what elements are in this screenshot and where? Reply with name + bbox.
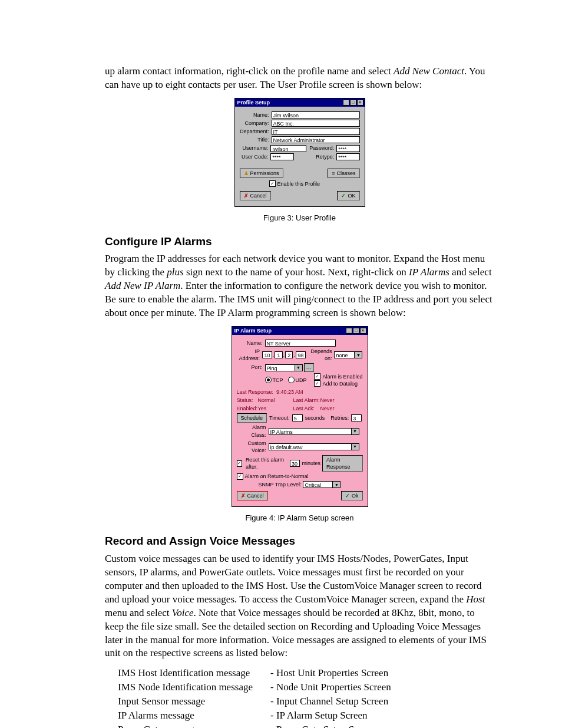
udp-radio[interactable]: UDP xyxy=(288,377,307,384)
ok-button[interactable]: ✓OK xyxy=(337,191,359,200)
department-field[interactable]: IT xyxy=(272,128,360,135)
profile-setup-dialog: Profile Setup _ □ × Name:Jim Wilson Comp… xyxy=(234,98,365,207)
status-label: Status: xyxy=(237,397,258,404)
title-field[interactable]: Network Administrator xyxy=(272,136,360,143)
list-item: Input Sensor message xyxy=(118,695,253,709)
configure-ip-paragraph: Program the IP addresses for each networ… xyxy=(105,252,494,320)
minimize-icon[interactable]: _ xyxy=(346,328,352,334)
enabled-label: Enabled: xyxy=(237,405,258,412)
intro-em: Add New Contact xyxy=(394,65,464,77)
snmp-select[interactable]: Critical▼ xyxy=(303,481,340,488)
heading-configure-ip-alarms: Configure IP Alarms xyxy=(105,234,494,249)
department-label: Department: xyxy=(240,128,272,135)
alarm-return-checkbox[interactable]: ✓ xyxy=(237,473,243,480)
minutes-label: minutes xyxy=(302,460,320,467)
minimize-icon[interactable]: _ xyxy=(343,100,349,106)
retries-label: Retries: xyxy=(330,414,349,421)
retype-label: Retype: xyxy=(294,153,337,160)
add-datalog-checkbox[interactable]: ✓ xyxy=(314,380,320,387)
cancel-icon: ✗ xyxy=(244,192,249,199)
mapping-right-col: - Host Unit Properties Screen - Node Uni… xyxy=(270,666,391,728)
depends-label: Depends on: xyxy=(306,348,335,362)
mapping-left-col: IMS Host Identification message IMS Node… xyxy=(118,666,253,728)
last-ack-value: Never xyxy=(320,405,335,412)
ip-octet-3[interactable]: 2 xyxy=(285,351,293,358)
ip-octet-4[interactable]: 98 xyxy=(296,351,306,358)
username-label: Username: xyxy=(240,144,271,151)
profile-titlebar[interactable]: Profile Setup _ □ × xyxy=(235,98,365,107)
list-item: - Input Channel Setup Screen xyxy=(270,695,391,709)
list-item: PowerGate messages xyxy=(118,723,253,728)
timeout-field[interactable]: 5 xyxy=(292,414,303,421)
port-ellipsis-button[interactable]: … xyxy=(304,363,314,371)
ip-ok-button[interactable]: ✓Ok xyxy=(341,491,363,500)
profile-title: Profile Setup xyxy=(237,98,270,107)
permissions-button[interactable]: ♟Permissions xyxy=(240,169,283,178)
enable-profile-checkbox[interactable]: ✓ xyxy=(269,180,276,187)
ip-alarm-titlebar[interactable]: IP Alarm Setup _ □ × xyxy=(232,327,368,335)
last-ack-label: Last Ack: xyxy=(293,405,320,412)
alarm-enabled-checkbox[interactable]: ✓ xyxy=(314,373,320,380)
ip-cancel-button[interactable]: ✗Cancel xyxy=(237,491,268,500)
maximize-icon[interactable]: □ xyxy=(353,328,359,334)
last-alarm-value: Never xyxy=(320,397,335,404)
enable-profile-label: Enable this Profile xyxy=(277,180,320,187)
port-select[interactable]: Ping▼ xyxy=(265,364,303,371)
list-item: - Node Unit Properties Screen xyxy=(270,681,391,694)
schedule-button[interactable]: Schedule xyxy=(237,413,267,423)
list-item: IP Alarms message xyxy=(118,709,253,723)
tcp-radio[interactable]: TCP xyxy=(265,377,283,384)
list-item: IMS Node Identification message xyxy=(118,681,253,694)
list-item: - Host Unit Properties Screen xyxy=(270,667,391,680)
name-label: Name: xyxy=(240,111,272,118)
retype-field[interactable]: **** xyxy=(336,153,359,160)
ip-octet-2[interactable]: 1 xyxy=(275,351,282,358)
cancel-button[interactable]: ✗Cancel xyxy=(240,191,271,200)
usercode-field[interactable]: **** xyxy=(270,153,293,160)
reset-after-checkbox[interactable]: ✓ xyxy=(237,460,242,467)
intro-paragraph: up alarm contact information, right-clic… xyxy=(105,65,494,92)
figure-3: Profile Setup _ □ × Name:Jim Wilson Comp… xyxy=(105,98,494,223)
chevron-down-icon: ▼ xyxy=(351,443,359,450)
ipname-label: Name: xyxy=(237,340,265,347)
timeout-label: Timeout: xyxy=(269,414,290,421)
depends-select[interactable]: none▼ xyxy=(334,351,362,358)
list-item: - IP Alarm Setup Screen xyxy=(270,709,391,723)
heading-record-voice: Record and Assign Voice Messages xyxy=(105,533,494,549)
alarm-response-button[interactable]: Alarm Response xyxy=(322,455,363,472)
alarm-return-label: Alarm on Return-to-Normal xyxy=(245,473,309,480)
enabled-value: Yes xyxy=(258,405,293,412)
last-alarm-label: Last Alarm: xyxy=(293,397,320,404)
port-label: Port: xyxy=(237,364,265,371)
company-field[interactable]: ABC Inc. xyxy=(272,120,360,127)
chevron-down-icon: ▼ xyxy=(351,428,359,435)
custom-voice-select[interactable]: ip default.wav▼ xyxy=(269,443,359,450)
alarm-class-label: Alarm Class: xyxy=(237,424,269,438)
classes-button[interactable]: ≡Classes xyxy=(328,169,359,178)
ok-icon: ✓ xyxy=(341,192,346,199)
chevron-down-icon: ▼ xyxy=(332,481,340,488)
classes-icon: ≡ xyxy=(332,170,335,177)
message-mapping-list: IMS Host Identification message IMS Node… xyxy=(105,664,494,728)
list-item: IMS Host Identification message xyxy=(118,667,253,680)
seconds-label: seconds xyxy=(305,414,325,421)
name-field[interactable]: Jim Wilson xyxy=(272,111,360,118)
close-icon[interactable]: × xyxy=(360,328,366,334)
figure-4: IP Alarm Setup _ □ × Name:NT Server IP A… xyxy=(105,326,494,523)
close-icon[interactable]: × xyxy=(357,100,363,106)
maximize-icon[interactable]: □ xyxy=(350,100,356,106)
password-field[interactable]: **** xyxy=(336,145,359,152)
permissions-icon: ♟ xyxy=(244,170,249,177)
usercode-label: User Code: xyxy=(240,153,271,160)
company-label: Company: xyxy=(240,120,272,127)
username-field[interactable]: jwilson xyxy=(270,145,306,152)
intro-text-a: up alarm contact information, right-clic… xyxy=(105,65,394,77)
figure-3-caption: Figure 3: User Profile xyxy=(105,213,494,223)
alarm-class-select[interactable]: IP Alarms▼ xyxy=(269,428,359,435)
ip-octet-1[interactable]: 10 xyxy=(262,351,272,358)
ipname-field[interactable]: NT Server xyxy=(265,340,336,347)
reset-after-field[interactable]: 30 xyxy=(290,460,300,467)
cancel-icon: ✗ xyxy=(241,492,246,499)
figure-4-caption: Figure 4: IP Alarm Setup screen xyxy=(105,513,494,523)
retries-field[interactable]: 3 xyxy=(351,414,362,421)
